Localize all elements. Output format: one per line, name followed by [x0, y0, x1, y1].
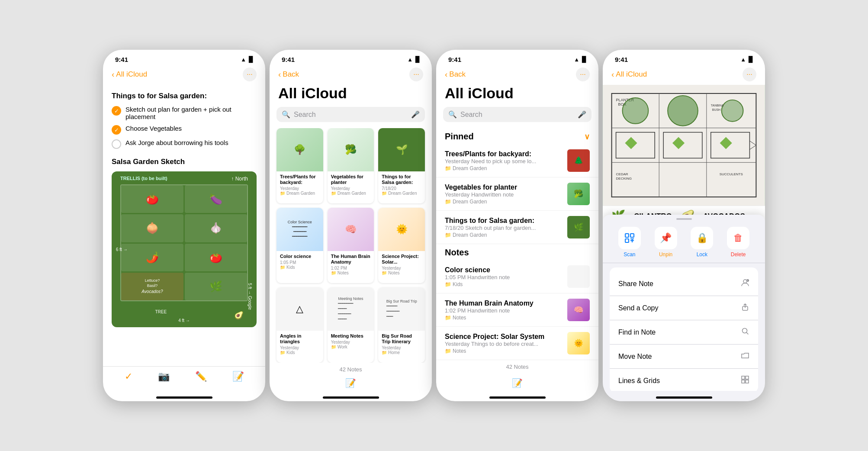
note-card-info-7: Angles in triangles Yesterday 📁 Kids — [276, 331, 323, 358]
note-card-3[interactable]: 🌱 Things to for Salsa garden: 7/18/20 📁 … — [378, 128, 425, 203]
checklist-item-3[interactable]: Ask Jorge about borrowing his tools — [112, 139, 257, 149]
svg-text:DECKING: DECKING — [616, 177, 632, 180]
status-icons-3: ▲ ▉ — [574, 56, 586, 63]
note-card-date-9: Yesterday — [382, 345, 421, 350]
chevron-icon-3: ‹ — [445, 70, 447, 79]
sketch-section-title: Salsa Garden Sketch — [112, 158, 257, 166]
note-card-preview-4: Color Science━━━━━━━━━━━━━━━━━━━━ — [288, 220, 312, 238]
menu-item-lines[interactable]: Lines & Grids — [610, 369, 758, 393]
grid-cell-tomato2: 🍅 — [185, 244, 247, 271]
pencil-toolbar-btn[interactable]: ✏️ — [195, 371, 207, 382]
phone-4: 9:41 ▲ ▉ ‹ All iCloud ··· PLANTER BOX — [603, 50, 765, 401]
compose-icon-3[interactable]: 📝 — [512, 378, 523, 388]
share-note-label: Share Note — [618, 280, 653, 288]
note-card-date-5: 1:02 PM — [331, 266, 371, 271]
note-card-title-7: Angles in triangles — [280, 333, 320, 345]
list-item-3[interactable]: Science Project: Solar System Yesterday … — [436, 327, 598, 360]
action-unpin[interactable]: 📌 Unpin — [655, 227, 677, 258]
pinned-item-2[interactable]: Vegetables for planter Yesterday Handwri… — [436, 177, 598, 211]
grid-cell-text: Lettuce?Basil?Avocados? — [141, 278, 163, 294]
note-card-date-1: Yesterday — [280, 186, 320, 191]
scan-svg — [624, 232, 635, 244]
search-placeholder-3: Search — [460, 111, 482, 119]
back-button-4[interactable]: ‹ All iCloud — [611, 70, 647, 79]
back-button-3[interactable]: ‹ Back — [445, 70, 466, 79]
action-delete[interactable]: 🗑 Delete — [727, 227, 749, 258]
note-card-6[interactable]: 🌞 Science Project: Solar... Yesterday 📁 … — [378, 208, 425, 283]
action-lock[interactable]: 🔒 Lock — [691, 227, 713, 258]
action-scan[interactable]: Scan — [618, 227, 641, 258]
pinned-item-3[interactable]: Things to for Salsa garden: 7/18/20 Sket… — [436, 211, 598, 244]
list-item-1[interactable]: Color science 1:05 PM Handwritten note 📁… — [436, 260, 598, 293]
meeting-preview: Meeting Notes━━━━━━━━━━━━━━━━━━━━━ — [338, 296, 363, 322]
list-thumb-3: 🌞 — [567, 332, 590, 354]
chevron-icon-4: ‹ — [611, 70, 614, 79]
note-body-1: Things to for Salsa garden: ✓ Sketch out… — [103, 85, 265, 366]
list-title-2: The Human Brain Anatomy — [445, 300, 562, 307]
lock-label: Lock — [697, 251, 707, 258]
svg-line-35 — [747, 333, 749, 335]
camera-toolbar-btn[interactable]: 📷 — [158, 371, 170, 382]
check-toolbar-btn[interactable]: ✓ — [125, 371, 132, 382]
list-item-2[interactable]: The Human Brain Anatomy 1:02 PM Handwrit… — [436, 293, 598, 327]
svg-text:BUSH: BUSH — [712, 108, 720, 111]
list-info-3: Science Project: Solar System Yesterday … — [445, 333, 562, 354]
search-bar-2[interactable]: 🔍 Search 🎤 — [276, 107, 425, 122]
note-card-date-3: 7/18/20 — [382, 186, 421, 191]
svg-point-9 — [668, 96, 698, 126]
list-title-1: Color science — [445, 266, 562, 274]
home-indicator-4 — [603, 391, 765, 401]
note-card-folder-9: 📁 Home — [382, 350, 421, 355]
note-card-1[interactable]: 🌳 Trees/Plants for backyard: Yesterday 📁… — [276, 128, 323, 203]
menu-item-send-copy[interactable]: Send a Copy — [610, 296, 758, 320]
bottom-toolbar-1: ✓ 📷 ✏️ 📝 — [103, 366, 265, 391]
delete-label: Delete — [731, 251, 746, 258]
note-card-2[interactable]: 🥦 Vegetables for planter Yesterday 📁 Dre… — [328, 128, 374, 203]
note-card-title-8: Meeting Notes — [331, 333, 371, 339]
status-icons-1: ▲ ▉ — [241, 56, 253, 63]
note-card-folder-4: 📁 Kids — [280, 265, 320, 270]
note-card-7[interactable]: △ Angles in triangles Yesterday 📁 Kids — [276, 287, 323, 363]
note-thumb-5: 🧠 — [328, 208, 374, 251]
note-card-8[interactable]: Meeting Notes━━━━━━━━━━━━━━━━━━━━━ Meeti… — [328, 287, 374, 363]
note-card-5[interactable]: 🧠 The Human Brain Anatomy 1:02 PM 📁 Note… — [328, 208, 374, 283]
search-bar-3[interactable]: 🔍 Search 🎤 — [443, 107, 592, 122]
more-button-2[interactable]: ··· — [409, 68, 423, 81]
delete-icon-btn: 🗑 — [727, 227, 749, 249]
note-card-9[interactable]: Big Sur Road Trip━━━━━━━━━━━━━━ Big Sur … — [378, 287, 425, 363]
note-card-date-2: Yesterday — [331, 186, 371, 191]
checklist-item-2[interactable]: ✓ Choose Vegetables — [112, 125, 257, 135]
menu-item-find[interactable]: Find in Note — [610, 320, 758, 345]
note-thumb-7: △ — [276, 287, 323, 331]
note-card-folder-5: 📁 Notes — [331, 271, 371, 275]
pinned-title-3: Things to for Salsa garden: — [445, 217, 562, 225]
note-card-folder-3: 📁 Dream Garden — [382, 191, 421, 196]
status-icons-4: ▲ ▉ — [740, 56, 753, 63]
back-button-1[interactable]: ‹ All iCloud — [112, 70, 147, 79]
find-icon — [741, 327, 749, 338]
home-bar-4 — [656, 396, 712, 399]
more-button-1[interactable]: ··· — [243, 68, 257, 81]
grid-cell-herb: 🌿 — [185, 273, 247, 300]
checkbox-filled-1: ✓ — [112, 106, 121, 116]
checklist-item-1[interactable]: ✓ Sketch out plan for garden + pick out … — [112, 106, 257, 120]
note-card-info-2: Vegetables for planter Yesterday 📁 Dream… — [328, 171, 374, 198]
home-indicator-1 — [103, 391, 265, 401]
wifi-icon-4: ▲ — [740, 56, 746, 63]
pinned-chevron[interactable]: ∨ — [584, 132, 590, 142]
menu-item-move[interactable]: Move Note — [610, 345, 758, 369]
sheet-actions: Scan 📌 Unpin 🔒 Lock 🗑 Delete — [603, 220, 765, 263]
back-button-2[interactable]: ‹ Back — [278, 70, 299, 79]
more-button-3[interactable]: ··· — [576, 68, 590, 81]
pinned-item-1[interactable]: Trees/Plants for backyard: Yesterday Nee… — [436, 144, 598, 177]
menu-item-share[interactable]: Share Note + — [610, 272, 758, 296]
more-button-4[interactable]: ··· — [743, 68, 756, 81]
note-card-title-4: Color science — [280, 254, 320, 259]
note-card-info-1: Trees/Plants for backyard: Yesterday 📁 D… — [276, 171, 323, 198]
note-card-folder-6: 📁 Notes — [382, 271, 421, 275]
compose-toolbar-btn[interactable]: 📝 — [232, 371, 244, 382]
note-card-date-8: Yesterday — [331, 340, 371, 345]
note-card-4[interactable]: Color Science━━━━━━━━━━━━━━━━━━━━ Color … — [276, 208, 323, 283]
compose-icon-2[interactable]: 📝 — [345, 378, 356, 388]
note-card-title-2: Vegetables for planter — [331, 174, 371, 185]
